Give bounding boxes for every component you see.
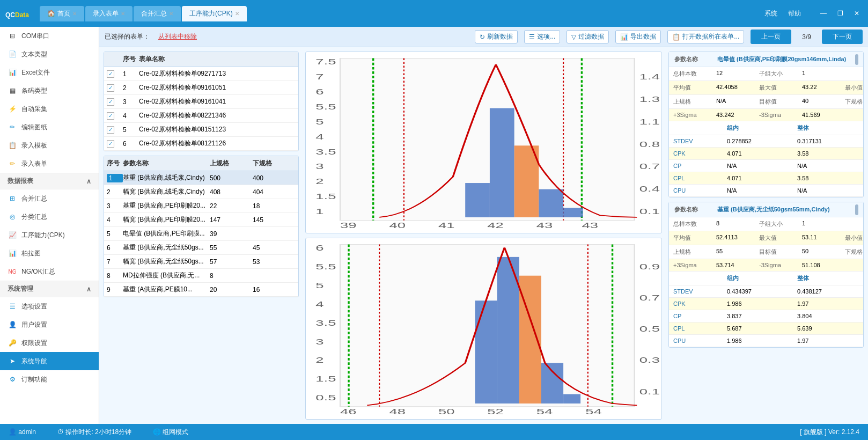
tab-home[interactable]: 🏠 首页 ✕ — [40, 6, 84, 21]
param-row[interactable]: 9 基重 (A供应商,PE膜10... 20 16 — [104, 283, 298, 297]
stats1-cpl: CPL 4.071 3.58 — [669, 172, 863, 185]
tab-cpk[interactable]: 工序能力(CPK) ✕ — [182, 6, 247, 21]
sidebar-item-settings[interactable]: ☰ 选项设置 — [0, 297, 99, 316]
sidebar-item-barcode[interactable]: ▦ 条码类型 — [0, 82, 99, 100]
form-icon: ✏ — [8, 159, 17, 168]
checkbox-3[interactable] — [107, 98, 114, 106]
table-row[interactable]: 1 Cre-02原材料检验单09271713 — [104, 67, 298, 81]
stats2-stdev: STDEV 0.434397 0.438127 — [669, 285, 863, 298]
scrollbar-2[interactable] — [854, 202, 860, 347]
svg-text:5: 5 — [315, 118, 323, 126]
next-page-btn[interactable]: 下一页 — [822, 30, 863, 44]
open-icon: 📋 — [672, 33, 680, 41]
param-row[interactable]: 7 幅宽 (B供应商,无尘纸50gs... 57 53 — [104, 255, 298, 269]
param-row[interactable]: 4 幅宽 (B供应商,PE印刷膜20... 147 145 — [104, 213, 298, 227]
sidebar-item-custom[interactable]: ⚙ 订制功能 — [0, 370, 99, 388]
param-row[interactable]: 5 电晕值 (B供应商,PE印刷膜... 39 — [104, 227, 298, 241]
tab-merge[interactable]: 合并汇总 ✕ — [134, 6, 181, 21]
svg-text:7.5: 7.5 — [315, 57, 336, 66]
network-icon: 🌐 — [153, 428, 161, 436]
restore-button[interactable]: ❐ — [834, 9, 847, 18]
sidebar-item-auto[interactable]: ⚡ 自动采集 — [0, 100, 99, 118]
user-icon: 👤 — [9, 428, 17, 436]
chart-top: 7.5 7 6 5.5 5 4 3.5 3 2 1.5 1 1.4 1.3 1.… — [305, 52, 662, 233]
svg-text:5.5: 5.5 — [315, 102, 336, 111]
sidebar-item-merge[interactable]: ⊞ 合并汇总 — [0, 189, 99, 208]
stats1-cp: CP N/A N/A — [669, 160, 863, 172]
sidebar-item-com[interactable]: ⊟ COM串口 — [0, 27, 99, 45]
prev-page-btn[interactable]: 上一页 — [751, 30, 791, 44]
settings-icon: ☰ — [8, 302, 17, 311]
sidebar-item-nav[interactable]: ➤ 系统导航 — [0, 352, 99, 370]
stats2-row-total: 总样本数 8 子组大小 1 — [669, 217, 863, 231]
remove-link[interactable]: 从列表中移除 — [158, 32, 197, 41]
custom-icon: ⚙ — [8, 375, 17, 384]
sidebar-item-form[interactable]: ✏ 录入表单 — [0, 155, 99, 173]
scrollbar-1[interactable] — [854, 52, 860, 197]
classify-icon: ◎ — [8, 212, 17, 222]
options-btn[interactable]: ☰ 选项... — [524, 30, 560, 43]
refresh-btn[interactable]: ↻ 刷新数据 — [475, 30, 518, 43]
param-row[interactable]: 3 基重 (B供应商,PE印刷膜20... 22 18 — [104, 199, 298, 213]
svg-text:0.3: 0.3 — [639, 356, 660, 365]
param-row[interactable]: 2 幅宽 (B供应商,绒毛浆,Cindy) 408 404 — [104, 185, 298, 199]
param-row[interactable]: 8 MD拉伸强度 (B供应商,无... 8 — [104, 269, 298, 283]
param-row[interactable]: 1 基重 (B供应商,绒毛浆,Cindy) 500 400 — [104, 171, 298, 185]
collapse-icon[interactable]: ∧ — [86, 178, 91, 185]
table-row[interactable]: 3 Cre-02原材料检验单09161041 — [104, 95, 298, 109]
chart-bottom: 6 5.5 5 4 3.5 3 2 1.5 0.5 0.9 0.7 0.5 0.… — [305, 238, 662, 420]
checkbox-2[interactable] — [107, 84, 114, 92]
sidebar-item-perms[interactable]: 🔑 权限设置 — [0, 334, 99, 352]
table-row[interactable]: 2 Cre-02原材料检验单09161051 — [104, 81, 298, 95]
checkbox-1[interactable] — [107, 70, 114, 78]
sidebar-item-pareto[interactable]: 📊 柏拉图 — [0, 244, 99, 262]
tab-form[interactable]: 录入表单 ✕ — [85, 6, 133, 21]
checkbox-5[interactable] — [107, 126, 114, 134]
open-form-btn[interactable]: 📋 打开数据所在表单... — [667, 30, 744, 43]
table-row[interactable]: 5 Cre-02原材料检验单08151123 — [104, 123, 298, 137]
sidebar-item-text[interactable]: 📄 文本类型 — [0, 45, 99, 63]
stats2-title-row: 参数名称 基重 (B供应商,无尘纸50gsm55mm,Cindy) — [669, 202, 863, 217]
filter-btn[interactable]: ▽ 过滤数据 — [567, 30, 609, 43]
tab-close-form[interactable]: ✕ — [121, 11, 125, 17]
svg-text:0.5: 0.5 — [315, 393, 336, 402]
stats1-row-spec: 上规格 N/A 目标值 40 下规格 39 — [669, 95, 863, 109]
svg-rect-57 — [563, 394, 580, 404]
page-indicator: 3/9 — [798, 33, 815, 41]
checkbox-4[interactable] — [107, 112, 114, 120]
stats1-cpu: CPU N/A N/A — [669, 185, 863, 197]
sidebar-item-users[interactable]: 👤 用户设置 — [0, 316, 99, 334]
svg-text:52: 52 — [487, 407, 504, 416]
status-time: ⏱ 操作时长: 2小时18分钟 — [57, 428, 131, 437]
menu-system[interactable]: 系统 — [764, 9, 777, 18]
sidebar-item-excel[interactable]: 📊 Excel文件 — [0, 63, 99, 82]
svg-text:0.4: 0.4 — [639, 185, 660, 193]
tab-close-cpk[interactable]: ✕ — [235, 11, 239, 17]
svg-text:48: 48 — [389, 407, 406, 416]
diagram-icon: ✏ — [8, 122, 17, 132]
stats1-row-mean: 平均值 42.4058 最大值 43.22 最小值 42 — [669, 81, 863, 95]
export-btn[interactable]: 📊 导出数据 — [615, 30, 661, 43]
sidebar-item-classify[interactable]: ◎ 分类汇总 — [0, 208, 99, 226]
excel-icon: 📊 — [8, 68, 17, 77]
svg-text:0.1: 0.1 — [639, 387, 660, 396]
sidebar-item-ngok[interactable]: NG NG/OK汇总 — [0, 262, 99, 281]
sidebar-item-cpk[interactable]: 📈 工序能力(CPK) — [0, 226, 99, 244]
sidebar-item-diagram[interactable]: ✏ 编辑图纸 — [0, 118, 99, 136]
svg-rect-26 — [539, 189, 563, 217]
stats1-row-total: 总样本数 12 子组大小 1 — [669, 67, 863, 81]
tab-close-home[interactable]: ✕ — [72, 11, 77, 17]
table-row[interactable]: 4 Cre-02原材料检验单08221346 — [104, 109, 298, 123]
table-row[interactable]: 6 Cre-02原材料检验单08121126 — [104, 137, 298, 151]
sidebar-item-template[interactable]: 📋 录入模板 — [0, 136, 99, 155]
minimize-button[interactable]: — — [817, 9, 830, 18]
menu-help[interactable]: 帮助 — [788, 9, 801, 18]
tab-close-merge[interactable]: ✕ — [169, 11, 173, 17]
statusbar: 👤 admin ⏱ 操作时长: 2小时18分钟 🌐 组网模式 [ 旗舰版 ] V… — [0, 424, 868, 440]
param-row[interactable]: 6 基重 (B供应商,无尘纸50gs... 55 45 — [104, 241, 298, 255]
stats-card-1: 参数名称 电晕值 (B供应商,PE印刷膜20gsm146mm,Linda) 总样… — [668, 52, 864, 197]
checkbox-6[interactable] — [107, 140, 114, 148]
close-button[interactable]: ✕ — [851, 9, 863, 18]
main-content: 已选择的表单： 从列表中移除 ↻ 刷新数据 ☰ 选项... ▽ 过滤数据 📊 导… — [99, 27, 868, 424]
collapse-sys-icon[interactable]: ∧ — [86, 285, 91, 293]
